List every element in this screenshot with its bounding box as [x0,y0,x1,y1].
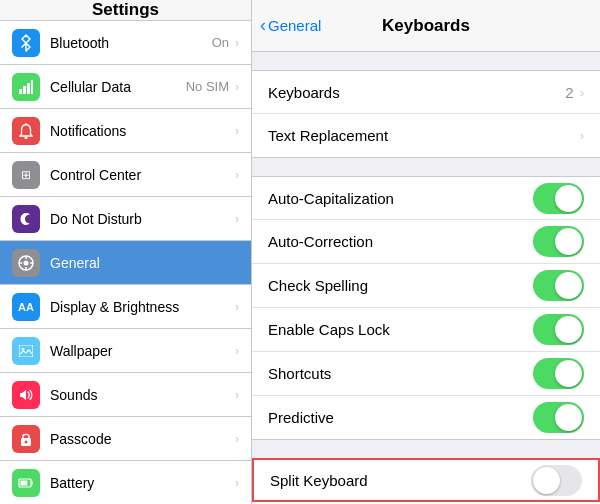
sidebar-item-do-not-disturb[interactable]: Do Not Disturb › [0,197,251,241]
row-predictive[interactable]: Predictive [252,396,600,440]
sidebar: Settings Bluetooth On › Cellular Data No… [0,0,252,504]
row-label-check-spelling: Check Spelling [268,277,533,294]
sounds-icon [12,381,40,409]
sidebar-item-battery[interactable]: Battery › [0,461,251,504]
svg-rect-0 [19,89,22,94]
row-label-caps-lock: Enable Caps Lock [268,321,533,338]
sidebar-item-general[interactable]: General [0,241,251,285]
sidebar-item-label: Bluetooth [50,35,212,51]
sidebar-item-label: Control Center [50,167,235,183]
sidebar-item-sounds[interactable]: Sounds › [0,373,251,417]
row-label-shortcuts: Shortcuts [268,365,533,382]
row-text-replacement[interactable]: Text Replacement › [252,114,600,158]
back-label: General [268,17,321,34]
sidebar-item-wallpaper[interactable]: Wallpaper › [0,329,251,373]
wallpaper-icon [12,337,40,365]
sidebar-item-label: Sounds [50,387,235,403]
row-label-text-replacement: Text Replacement [268,127,580,144]
svg-rect-12 [21,480,28,485]
row-auto-cap[interactable]: Auto-Capitalization [252,176,600,220]
chevron-right-icon: › [235,36,239,50]
main-panel: ‹ General Keyboards Keyboards 2 › Text R… [252,0,600,504]
svg-point-10 [25,440,28,443]
main-header: ‹ General Keyboards [252,0,600,52]
row-shortcuts[interactable]: Shortcuts [252,352,600,396]
row-label-auto-cap: Auto-Capitalization [268,190,533,207]
toggle-split-keyboard[interactable] [531,465,582,496]
toggle-knob-caps-lock [555,316,582,343]
row-keyboards[interactable]: Keyboards 2 › [252,70,600,114]
row-value-keyboards: 2 [565,84,573,101]
sidebar-item-value: No SIM [186,79,229,94]
chevron-right-icon: › [235,300,239,314]
chevron-right-icon: › [580,85,584,100]
notifications-icon [12,117,40,145]
svg-rect-7 [19,345,33,357]
row-split-keyboard[interactable]: Split Keyboard [252,458,600,502]
toggle-knob-check-spelling [555,272,582,299]
row-label-split-keyboard: Split Keyboard [270,472,531,489]
svg-point-8 [22,347,25,350]
chevron-right-icon: › [235,476,239,490]
sidebar-item-notifications[interactable]: Notifications › [0,109,251,153]
section-0: Keyboards 2 › Text Replacement › [252,70,600,158]
toggle-caps-lock[interactable] [533,314,584,345]
svg-rect-1 [23,86,26,94]
sidebar-item-display[interactable]: AA Display & Brightness › [0,285,251,329]
main-content: Keyboards 2 › Text Replacement › Auto-Ca… [252,52,600,504]
chevron-right-icon: › [235,388,239,402]
toggle-knob-auto-correct [555,228,582,255]
sidebar-item-value: On [212,35,229,50]
sidebar-item-label: Display & Brightness [50,299,235,315]
chevron-right-icon: › [235,344,239,358]
sidebar-item-label: Wallpaper [50,343,235,359]
sidebar-item-label: Cellular Data [50,79,186,95]
svg-rect-3 [31,80,33,94]
svg-point-4 [25,136,28,139]
sidebar-item-label: Notifications [50,123,235,139]
battery-icon [12,469,40,497]
display-icon: AA [12,293,40,321]
chevron-right-icon: › [235,432,239,446]
passcode-icon [12,425,40,453]
chevron-right-icon: › [235,212,239,226]
bluetooth-icon [12,29,40,57]
do-not-disturb-icon [12,205,40,233]
row-label-predictive: Predictive [268,409,533,426]
section-2: Split Keyboard “.” Shortcut [252,458,600,504]
sidebar-items-list: Bluetooth On › Cellular Data No SIM › No… [0,21,251,504]
toggle-auto-cap[interactable] [533,183,584,214]
sidebar-item-label: Battery [50,475,235,491]
sidebar-item-label: Do Not Disturb [50,211,235,227]
sidebar-item-cellular[interactable]: Cellular Data No SIM › [0,65,251,109]
toggle-check-spelling[interactable] [533,270,584,301]
row-auto-correct[interactable]: Auto-Correction [252,220,600,264]
toggle-knob-predictive [555,404,582,431]
sidebar-item-passcode[interactable]: Passcode › [0,417,251,461]
toggle-auto-correct[interactable] [533,226,584,257]
section-1: Auto-Capitalization Auto-Correction Chec… [252,176,600,440]
row-label-keyboards: Keyboards [268,84,565,101]
chevron-right-icon: › [235,124,239,138]
sidebar-header: Settings [0,0,251,21]
row-check-spelling[interactable]: Check Spelling [252,264,600,308]
toggle-knob-split-keyboard [533,467,560,494]
toggle-shortcuts[interactable] [533,358,584,389]
row-label-auto-correct: Auto-Correction [268,233,533,250]
toggle-predictive[interactable] [533,402,584,433]
sidebar-item-bluetooth[interactable]: Bluetooth On › [0,21,251,65]
sidebar-item-label: Passcode [50,431,235,447]
sidebar-item-label: General [50,255,239,271]
chevron-right-icon: › [580,128,584,143]
control-center-icon: ⊞ [12,161,40,189]
main-title: Keyboards [382,16,470,36]
sidebar-item-control-center[interactable]: ⊞ Control Center › [0,153,251,197]
sidebar-title: Settings [92,0,159,20]
back-button[interactable]: ‹ General [260,15,321,36]
back-arrow-icon: ‹ [260,15,266,36]
chevron-right-icon: › [235,168,239,182]
general-icon [12,249,40,277]
svg-point-6 [24,260,29,265]
row-caps-lock[interactable]: Enable Caps Lock [252,308,600,352]
cellular-icon [12,73,40,101]
